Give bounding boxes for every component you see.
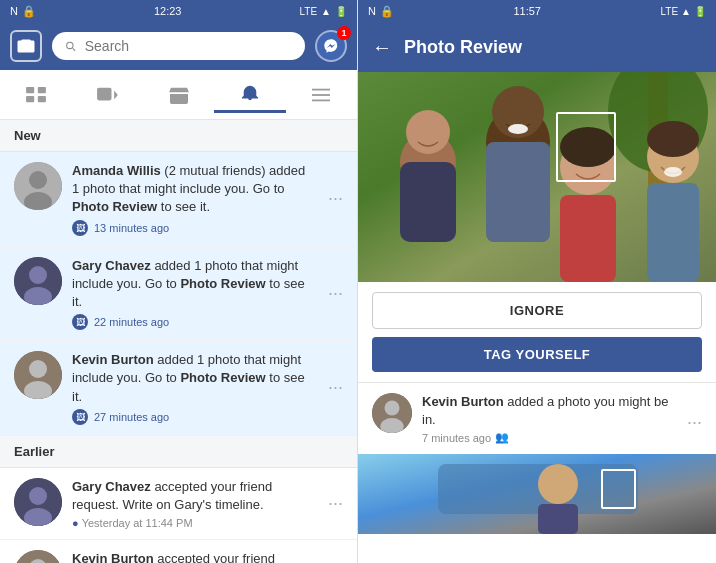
time-right: 11:57 [513,5,541,17]
network-icon: N [10,5,18,17]
notif-content-kevin-new: Kevin Burton added 1 photo that might in… [72,351,314,425]
nav-tab-marketplace[interactable] [143,76,214,113]
face-detection-box [556,112,616,182]
search-input[interactable] [85,38,293,54]
nav-tabs [0,70,357,120]
status-left-indicators: N 🔒 [10,5,36,18]
svg-rect-1 [38,86,46,92]
photo-icon-1: 🖼 [72,220,88,236]
status-right-icons: LTE ▲ 🔋 [299,6,347,17]
more-menu-bottom[interactable]: ... [683,408,702,429]
svg-point-19 [29,487,47,505]
notif-time-kevin-new: 🖼 27 minutes ago [72,409,314,425]
avatar-amanda [14,162,62,210]
photo-icon-2: 🖼 [72,314,88,330]
nav-tab-notifications[interactable] [214,76,285,113]
bottom-notif-text: Kevin Burton added a photo you might be … [422,393,673,429]
svg-rect-6 [312,88,330,90]
ignore-button[interactable]: IGNORE [372,292,702,329]
nav-tab-video[interactable] [71,76,142,113]
notif-time-gary-new: 🖼 22 minutes ago [72,314,314,330]
notif-item-amanda[interactable]: Amanda Willis (2 mutual friends) added 1… [0,152,357,247]
notif-text-gary-new: Gary Chavez added 1 photo that might inc… [72,257,314,312]
more-menu-gary-new[interactable]: ··· [324,283,343,304]
svg-point-28 [406,110,450,154]
more-menu-gary-earlier[interactable]: ··· [324,493,343,514]
bottom-notification[interactable]: Kevin Burton added a photo you might be … [358,382,716,454]
notif-item-gary-earlier[interactable]: Gary Chavez accepted your friend request… [0,468,357,540]
notif-item-kevin-new[interactable]: Kevin Burton added 1 photo that might in… [0,341,357,436]
avatar-gary-new [14,257,62,305]
action-buttons: IGNORE TAG YOURSELF [358,282,716,382]
svg-rect-4 [97,87,111,100]
avatar-gary-earlier [14,478,62,526]
section-header-new: New [0,120,357,152]
svg-rect-32 [486,142,550,242]
notif-content-gary-new: Gary Chavez added 1 photo that might inc… [72,257,314,331]
status-bar-right: N 🔒 11:57 LTE ▲ 🔋 [358,0,716,22]
svg-rect-8 [312,99,330,101]
nav-tab-menu[interactable] [286,76,357,113]
svg-point-46 [538,464,578,504]
avatar-kevin-new [14,351,62,399]
notif-text-kevin-new: Kevin Burton added 1 photo that might in… [72,351,314,406]
search-input-wrap[interactable] [52,32,305,60]
right-panel: N 🔒 11:57 LTE ▲ 🔋 ← Photo Review [358,0,716,563]
back-button[interactable]: ← [372,36,392,59]
photo-icon-3: 🖼 [72,409,88,425]
photo-review-header: ← Photo Review [358,22,716,72]
svg-rect-2 [26,95,34,101]
bottom-notif-content: Kevin Burton added a photo you might be … [422,393,673,444]
wifi-right: ▲ [681,6,691,17]
wifi-icon: ▲ [321,6,331,17]
messenger-icon-wrap[interactable]: 1 [315,30,347,62]
notif-item-kevin-earlier[interactable]: Kevin Burton accepted your friend reques… [0,540,357,563]
notif-time-gary-earlier: ● Yesterday at 11:44 PM [72,517,314,529]
notif-content-gary-earlier: Gary Chavez accepted your friend request… [72,478,314,529]
svg-rect-3 [38,95,46,101]
notif-content-amanda: Amanda Willis (2 mutual friends) added 1… [72,162,314,236]
camera-icon[interactable] [10,30,42,62]
svg-point-10 [29,171,47,189]
bottom-notif-meta: 7 minutes ago 👥 [422,431,673,444]
svg-point-39 [647,121,699,157]
svg-point-42 [385,401,400,416]
svg-rect-0 [26,86,34,92]
svg-marker-5 [114,90,118,99]
section-header-earlier: Earlier [0,436,357,468]
signal-right: LTE [660,6,678,17]
notif-text-kevin-earlier: Kevin Burton accepted your friend reques… [72,550,314,563]
svg-rect-35 [560,195,616,282]
search-bar: 1 [0,22,357,70]
photo-area [358,72,716,282]
svg-rect-47 [538,504,578,534]
svg-point-13 [29,266,47,284]
left-panel: N 🔒 12:23 LTE ▲ 🔋 [0,0,358,563]
notif-item-gary-new[interactable]: Gary Chavez added 1 photo that might inc… [0,247,357,342]
network-icon-right: N [368,5,376,17]
svg-point-16 [29,360,47,378]
more-menu-amanda[interactable]: ··· [324,188,343,209]
signal-icon: LTE [299,6,317,17]
notification-badge: 1 [337,26,351,40]
fb-icon-earlier-1: ● [72,517,79,529]
nav-tab-grid[interactable] [0,76,71,113]
group-photo [358,72,716,282]
battery-right: 🔋 [694,6,706,17]
svg-rect-7 [312,94,330,96]
battery-icon: 🔋 [335,6,347,17]
bottom-photo-preview [358,454,716,534]
svg-point-33 [508,124,528,134]
notif-content-kevin-earlier: Kevin Burton accepted your friend reques… [72,550,314,563]
time-left: 12:23 [154,5,182,17]
bottom-face-detection-box [601,469,636,509]
lock-icon: 🔒 [22,5,36,18]
notifications-list: New Amanda Willis (2 mutual friends) add… [0,120,357,563]
svg-rect-29 [400,162,456,242]
more-menu-kevin-new[interactable]: ··· [324,377,343,398]
notif-text-gary-earlier: Gary Chavez accepted your friend request… [72,478,314,514]
tag-yourself-button[interactable]: TAG YOURSELF [372,337,702,372]
svg-rect-38 [647,183,699,282]
lock-icon-right: 🔒 [380,5,394,18]
bottom-photo-svg [358,454,716,534]
